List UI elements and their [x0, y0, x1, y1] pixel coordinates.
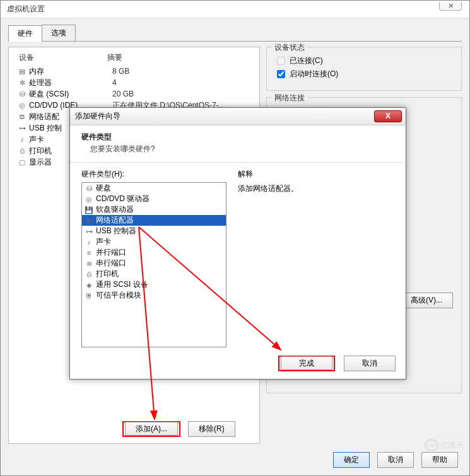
annotation-box-finish: 完成: [278, 356, 335, 371]
display-icon: ▢: [18, 158, 26, 166]
hardware-type-label-text: 声卡: [96, 236, 111, 247]
annotation-box-add: 添加(A)...: [122, 421, 180, 437]
tabs: 硬件 选项: [8, 25, 462, 42]
serial-icon: ≋: [85, 259, 93, 268]
close-icon[interactable]: ✕: [439, 2, 462, 11]
device-name: 处理器: [29, 78, 112, 88]
cancel-button[interactable]: 取消: [377, 452, 414, 468]
device-status-group: 设备状态 已连接(C) 启动时连接(O): [266, 47, 462, 91]
status-legend: 设备状态: [272, 42, 307, 53]
parallel-icon: ≡: [85, 248, 93, 257]
finish-button[interactable]: 完成: [281, 356, 332, 370]
device-summary: 4: [112, 78, 256, 87]
col-summary: 摘要: [107, 52, 256, 63]
cd-icon: ◎: [18, 101, 26, 110]
watermark: CD 亿速云: [425, 439, 464, 451]
advanced-button[interactable]: 高级(V)...: [400, 293, 453, 308]
wizard-close-icon[interactable]: X: [374, 110, 402, 122]
titlebar: 虚拟机设置 ✕: [1, 1, 469, 18]
cpu-icon: ✲: [18, 78, 26, 87]
device-summary: 20 GB: [112, 90, 256, 98]
tpm-icon: ⛨: [85, 291, 93, 300]
hardware-type-item[interactable]: 💾软盘驱动器: [82, 204, 226, 215]
usb-icon: ⊶: [85, 227, 93, 236]
hardware-type-item[interactable]: ⛁硬盘: [82, 183, 226, 194]
ok-button[interactable]: 确定: [333, 452, 370, 468]
hardware-type-item[interactable]: ◎CD/DVD 驱动器: [82, 194, 226, 204]
hardware-type-label-text: CD/DVD 驱动器: [96, 194, 150, 204]
hardware-type-item[interactable]: ◈通用 SCSI 设备: [82, 279, 226, 290]
hardware-type-item[interactable]: ♪声卡: [82, 236, 226, 247]
hardware-type-list[interactable]: ⛁硬盘◎CD/DVD 驱动器💾软盘驱动器⧉网络适配器⊶USB 控制器♪声卡≡并行…: [81, 182, 226, 347]
hardware-type-label-text: 网络适配器: [96, 215, 134, 226]
tab-hardware[interactable]: 硬件: [8, 25, 42, 42]
hardware-type-label-text: 可信平台模块: [96, 290, 141, 301]
device-row[interactable]: ✲处理器4: [13, 77, 256, 88]
printer-icon: ⎙: [18, 146, 26, 155]
device-row[interactable]: ▤内存8 GB: [13, 66, 256, 77]
disk-icon: ⛁: [18, 90, 26, 98]
memory-icon: ▤: [18, 67, 26, 76]
device-summary: 8 GB: [112, 67, 256, 76]
hardware-type-label-text: USB 控制器: [96, 226, 136, 236]
explain-text: 添加网络适配器。: [238, 183, 394, 194]
hardware-type-item[interactable]: ⧉网络适配器: [82, 215, 226, 226]
hardware-type-item[interactable]: ≋串行端口: [82, 258, 226, 269]
connected-checkbox[interactable]: 已连接(C): [274, 55, 454, 67]
floppy-icon: 💾: [85, 206, 93, 214]
hardware-type-label-text: 并行端口: [96, 247, 126, 258]
tab-options[interactable]: 选项: [42, 25, 76, 41]
poweron-check-input[interactable]: [277, 70, 285, 78]
wizard-title: 添加硬件向导: [75, 111, 120, 122]
connected-check-input: [277, 57, 285, 65]
footer-buttons: 确定 取消 帮助: [333, 452, 458, 468]
hardware-type-label-text: 硬盘: [96, 183, 111, 194]
window-title: 虚拟机设置: [7, 4, 45, 15]
nic-icon: ⧉: [85, 216, 93, 225]
remove-button[interactable]: 移除(R): [188, 421, 235, 437]
sound-icon: ♪: [85, 238, 93, 247]
printer-icon: ⎙: [85, 270, 93, 279]
connect-on-poweron-checkbox[interactable]: 启动时连接(O): [274, 68, 454, 80]
cd-icon: ◎: [85, 195, 93, 204]
explain-label: 解释: [238, 169, 394, 180]
wizard-cancel-button[interactable]: 取消: [344, 356, 396, 371]
hardware-type-label-text: 打印机: [96, 269, 119, 279]
wizard-heading: 硬件类型: [81, 132, 394, 142]
add-button[interactable]: 添加(A)...: [125, 422, 178, 436]
hardware-type-item[interactable]: ⛨可信平台模块: [82, 290, 226, 301]
hardware-type-label: 硬件类型(H):: [81, 169, 226, 180]
wizard-titlebar: 添加硬件向导 X: [70, 108, 406, 125]
hardware-type-item[interactable]: ≡并行端口: [82, 247, 226, 258]
usb-icon: ⊶: [18, 124, 26, 132]
disk-icon: ⛁: [85, 184, 93, 193]
device-name: 内存: [29, 66, 112, 77]
hardware-type-label-text: 软盘驱动器: [96, 204, 134, 215]
col-device: 设备: [13, 52, 107, 63]
add-hardware-wizard: 添加硬件向导 X 硬件类型 您要安装哪类硬件? 硬件类型(H): ⛁硬盘◎CD/…: [69, 107, 406, 380]
sound-icon: ♪: [18, 135, 26, 144]
device-name: 硬盘 (SCSI): [29, 89, 112, 100]
wizard-subheading: 您要安装哪类硬件?: [81, 144, 394, 154]
device-row[interactable]: ⛁硬盘 (SCSI)20 GB: [13, 88, 256, 100]
help-button[interactable]: 帮助: [421, 452, 458, 468]
hardware-type-item[interactable]: ⎙打印机: [82, 269, 226, 279]
watermark-icon: CD: [425, 439, 438, 451]
scsi-icon: ◈: [85, 281, 93, 289]
nic-icon: ⧉: [18, 112, 26, 121]
hardware-type-label-text: 通用 SCSI 设备: [96, 279, 148, 290]
network-legend: 网络连接: [272, 93, 307, 103]
hardware-type-item[interactable]: ⊶USB 控制器: [82, 226, 226, 236]
hardware-type-label-text: 串行端口: [96, 258, 126, 269]
